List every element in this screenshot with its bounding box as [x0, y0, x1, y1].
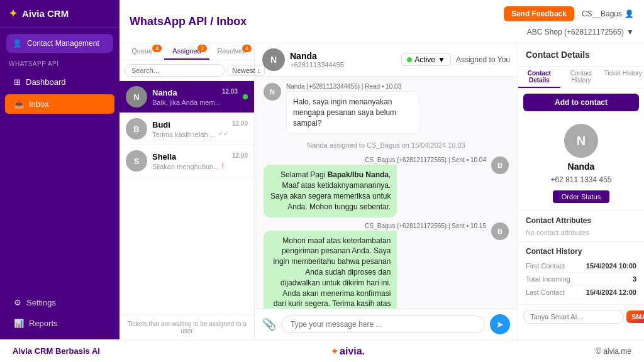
contact-phone: +62 811 1334 455 [550, 175, 611, 184]
message-row: N Nanda (+6281113344455) | Read • 10.03 … [264, 83, 509, 134]
conversation-tabs: Queue 4 Assigned 3 Resolved 4 [119, 43, 254, 60]
title-prefix: WhatsApp API / [130, 15, 216, 28]
contact-name: Nanda [568, 162, 595, 172]
settings-icon: ⚙ [14, 298, 21, 307]
contact-history-section: Contact History First Contact 15/4/2024 … [518, 241, 644, 304]
conv-info: Shella 12.00 Silakan menghubun... ! [152, 152, 248, 170]
account-info: CS__Bagus 👤 [582, 9, 634, 18]
account-name: CS__Bagus [582, 9, 622, 18]
conversation-list: Queue 4 Assigned 3 Resolved 4 New [119, 43, 255, 339]
contact-icon: 👤 [13, 39, 22, 48]
sidebar-item-inbox[interactable]: 📥 Inbox [5, 94, 114, 114]
sidebar-item-reports[interactable]: 📊 Reports [5, 314, 114, 333]
aivia-input-row: SMART [518, 304, 644, 329]
tab-resolved[interactable]: Resolved 4 [209, 43, 254, 60]
sidebar-dashboard-label: Dashboard [26, 77, 66, 87]
chat-header-actions: Active ▼ Assigned to You [401, 53, 510, 66]
contact-management-button[interactable]: 👤 Contact Management [6, 34, 113, 53]
message-sender: Nanda (+6281113344455) | Read • 10.03 [286, 83, 509, 90]
contact-attributes-title: Contact Attributes [526, 216, 636, 225]
active-status-dot [407, 57, 412, 62]
tab-ticket-history[interactable]: Ticket History [602, 67, 644, 88]
whatsapp-api-label: WhatsApp API [0, 57, 119, 71]
contact-panel-tabs: Contact Details Contact History Ticket H… [518, 67, 644, 89]
message-row: CS_Bagus (+628121172565) | Sent • 10.15 … [264, 222, 509, 309]
search-input[interactable] [125, 64, 225, 77]
sidebar-logo-text: Aivia CRM [22, 8, 69, 19]
footer-center-text: aivia. [340, 346, 365, 357]
status-label: Active [414, 55, 435, 64]
chat-input[interactable] [281, 315, 485, 333]
assigned-badge: 3 [197, 45, 207, 52]
contact-avatar-section: N Nanda +62 811 1334 455 Order Status [518, 116, 644, 211]
tab-assigned[interactable]: Assigned 3 [164, 43, 209, 60]
avatar: B [491, 222, 509, 240]
chat-input-area: 📎 ➤ [255, 309, 518, 339]
conv-preview: Terima kasih telah ... [152, 131, 216, 138]
aivia-logo-icon: ✦ [331, 346, 338, 356]
send-feedback-button[interactable]: Send Feedback [504, 6, 574, 21]
page-title: WhatsApp API / Inbox [130, 15, 247, 28]
reports-icon: 📊 [14, 319, 24, 328]
message-row: CS_Bagus (+628121172565) | Sent • 10.04 … [264, 156, 509, 217]
message-sender: CS_Bagus (+628121172565) | Sent • 10.04 [264, 156, 486, 163]
resolved-badge: 4 [242, 45, 252, 52]
list-item[interactable]: S Shella 12.00 Silakan menghubun... ! [119, 145, 254, 177]
attach-icon[interactable]: 📎 [262, 317, 276, 331]
content-area: Queue 4 Assigned 3 Resolved 4 New [119, 43, 644, 339]
contact-panel-title: Contact Details [518, 43, 644, 67]
conv-preview: Baik, jika Anda mem... [152, 99, 238, 106]
message-bubble: Halo, saya ingin menanyakan mengapa pesa… [286, 91, 419, 134]
chat-contact-info: N Nanda +6281113344455 [262, 48, 344, 71]
send-button[interactable]: ➤ [490, 314, 510, 334]
tab-contact-details[interactable]: Contact Details [518, 67, 560, 88]
message-bubble: Mohon maaf atas keterlambatan pengiriman… [264, 231, 397, 309]
history-row-first-contact: First Contact 15/4/2024 10:00 [526, 260, 636, 273]
sidebar-bottom: ⚙ Settings 📊 Reports [0, 287, 119, 339]
tab-contact-history[interactable]: Contact History [560, 67, 602, 88]
conv-info: Budi 12.00 Terima kasih telah ... ✓✓ [152, 120, 248, 138]
chat-contact-name: Nanda [290, 51, 344, 61]
status-indicator [243, 94, 248, 99]
avatar: N [262, 48, 285, 71]
send-icon: ➤ [496, 319, 504, 329]
message-content: CS_Bagus (+628121172565) | Sent • 10.04 … [264, 156, 486, 217]
contact-management-label: Contact Management [27, 39, 99, 48]
contact-avatar: N [564, 124, 598, 158]
conv-name: Nanda 12.03 [152, 88, 238, 97]
list-item[interactable]: N Nanda 12.03 Baik, jika Anda mem... [119, 81, 254, 113]
contact-attributes-empty: No contact attributes [526, 229, 636, 236]
message-bubble: Selamat Pagi Bapak/Ibu Nanda,Maaf atas k… [264, 165, 397, 217]
dashboard-icon: ⊞ [14, 77, 21, 87]
avatar: N [126, 86, 147, 107]
add-to-contact-button[interactable]: Add to contact [523, 94, 639, 111]
conv-name: Budi 12.00 [152, 120, 248, 129]
shop-selector[interactable]: ABC Shop (+628121172565) ▼ [527, 28, 634, 36]
avatar: N [264, 83, 281, 101]
main-header: WhatsApp API / Inbox Send Feedback CS__B… [119, 0, 644, 43]
tab-queue[interactable]: Queue 4 [119, 43, 164, 60]
aivia-smart-input[interactable] [523, 310, 624, 324]
smart-button[interactable]: SMART [626, 310, 644, 323]
inbox-icon: 📥 [14, 99, 24, 109]
contact-history-title: Contact History [526, 247, 636, 256]
header-right: Send Feedback CS__Bagus 👤 ABC Shop (+628… [504, 6, 634, 36]
sidebar-logo: ✦ Aivia CRM [0, 0, 119, 28]
sidebar: ✦ Aivia CRM 👤 Contact Management WhatsAp… [0, 0, 119, 339]
assigned-label: Assigned to You [456, 55, 510, 64]
order-status-button[interactable]: Order Status [553, 190, 609, 203]
list-item[interactable]: B Budi 12.00 Terima kasih telah ... ✓✓ [119, 113, 254, 145]
contact-panel: Contact Details Contact Details Contact … [518, 43, 644, 339]
chat-contact-phone: +6281113344455 [290, 61, 344, 69]
footer-center: ✦ aivia. [331, 346, 365, 357]
message-content: Nanda (+6281113344455) | Read • 10.03 Ha… [286, 83, 509, 134]
conv-info: Nanda 12.03 Baik, jika Anda mem... [152, 88, 238, 106]
system-message: Nanda assigned to CS_Bagus on 15/04/2024… [264, 139, 509, 151]
sidebar-item-settings[interactable]: ⚙ Settings [5, 293, 114, 312]
conv-footer-text: Tickets that are waiting to be assigned … [119, 315, 254, 339]
exclamation-icon: ! [221, 162, 223, 170]
reports-label: Reports [29, 319, 58, 328]
sidebar-item-dashboard[interactable]: ⊞ Dashboard [5, 72, 114, 92]
chevron-down-icon: ▼ [626, 28, 634, 36]
conversation-search-bar: Newest ↕ [119, 60, 254, 81]
